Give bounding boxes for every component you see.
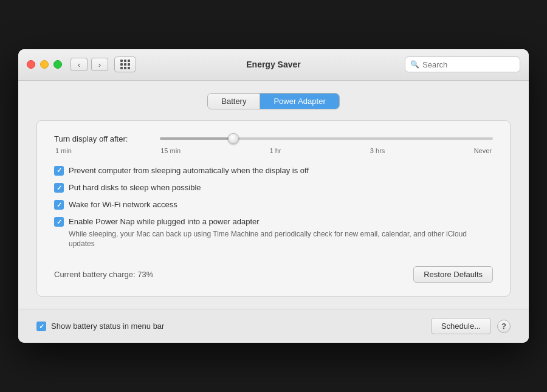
checkbox-label-1: Prevent computer from sleeping automatic… xyxy=(69,165,309,176)
help-button[interactable]: ? xyxy=(497,320,511,333)
footer-right: Schedule... ? xyxy=(431,318,511,334)
checkbox-3[interactable]: ✓ xyxy=(54,200,64,210)
tick-15min: 15 min xyxy=(160,147,181,154)
checkbox-label-4: Enable Power Nap while plugged into a po… xyxy=(69,216,493,227)
checkbox-section: ✓ Prevent computer from sleeping automat… xyxy=(54,165,493,249)
checkbox-label-3: Wake for Wi-Fi network access xyxy=(69,199,177,210)
slider-ticks: 1 min 15 min 1 hr 3 hrs Never xyxy=(54,147,493,154)
checkbox-2[interactable]: ✓ xyxy=(54,183,64,193)
check-icon-battery: ✓ xyxy=(39,323,44,331)
footer: ✓ Show battery status in menu bar Schedu… xyxy=(18,309,529,343)
forward-icon: › xyxy=(98,60,101,69)
schedule-button[interactable]: Schedule... xyxy=(431,318,491,334)
traffic-lights xyxy=(27,60,62,69)
main-window: ‹ › Energy Saver 🔍 Battery Power Adapter xyxy=(18,49,529,343)
search-icon: 🔍 xyxy=(410,60,419,69)
show-battery-label: Show battery status in menu bar xyxy=(51,321,164,332)
search-box[interactable]: 🔍 xyxy=(405,57,520,72)
checkbox-label-2: Put hard disks to sleep when possible xyxy=(69,182,201,193)
nav-buttons: ‹ › xyxy=(71,58,108,71)
check-icon-2: ✓ xyxy=(57,184,62,192)
back-button[interactable]: ‹ xyxy=(71,58,88,71)
restore-defaults-button[interactable]: Restore Defaults xyxy=(413,266,493,283)
slider-track xyxy=(160,137,493,140)
slider-label: Turn display off after: xyxy=(54,134,151,143)
checkbox-1[interactable]: ✓ xyxy=(54,166,64,176)
back-icon: ‹ xyxy=(78,60,80,69)
checkbox-row-3: ✓ Wake for Wi-Fi network access xyxy=(54,199,493,210)
tick-never: Never xyxy=(474,147,492,154)
checkbox-subtext-4: While sleeping, your Mac can back up usi… xyxy=(69,229,493,250)
grid-icon xyxy=(120,60,130,69)
show-battery-row: ✓ Show battery status in menu bar xyxy=(36,321,164,332)
close-button[interactable] xyxy=(27,60,35,69)
tick-1min: 1 min xyxy=(55,147,72,154)
tab-segment: Battery Power Adapter xyxy=(207,93,339,109)
checkbox-4[interactable]: ✓ xyxy=(54,217,64,227)
app-grid-button[interactable] xyxy=(114,57,136,72)
checkbox-row-4: ✓ Enable Power Nap while plugged into a … xyxy=(54,216,493,249)
slider-thumb[interactable] xyxy=(228,133,239,144)
slider-row: Turn display off after: xyxy=(54,134,493,143)
check-icon-1: ✓ xyxy=(57,167,62,174)
forward-button[interactable]: › xyxy=(91,58,108,71)
window-title: Energy Saver xyxy=(246,60,301,69)
settings-panel: Turn display off after: 1 min 15 min 1 h… xyxy=(36,120,511,297)
checkbox-row-2: ✓ Put hard disks to sleep when possible xyxy=(54,182,493,193)
slider-fill xyxy=(160,137,233,140)
check-icon-3: ✓ xyxy=(57,201,62,209)
tab-battery[interactable]: Battery xyxy=(208,94,260,109)
content-area: Battery Power Adapter Turn display off a… xyxy=(18,81,529,309)
maximize-button[interactable] xyxy=(53,60,62,69)
search-input[interactable] xyxy=(422,60,507,69)
minimize-button[interactable] xyxy=(40,60,49,69)
titlebar: ‹ › Energy Saver 🔍 xyxy=(18,49,529,81)
tab-power-adapter[interactable]: Power Adapter xyxy=(260,94,339,109)
battery-charge-label: Current battery charge: 73% xyxy=(54,270,153,279)
checkbox-row-1: ✓ Prevent computer from sleeping automat… xyxy=(54,165,493,176)
checkbox-show-battery[interactable]: ✓ xyxy=(36,322,46,331)
check-icon-4: ✓ xyxy=(57,218,62,226)
checkbox-4-text-group: Enable Power Nap while plugged into a po… xyxy=(69,216,493,249)
slider-container[interactable] xyxy=(160,137,493,140)
tab-bar: Battery Power Adapter xyxy=(36,93,511,109)
bottom-bar: Current battery charge: 73% Restore Defa… xyxy=(54,266,493,283)
tick-1hr: 1 hr xyxy=(270,147,281,154)
tick-3hrs: 3 hrs xyxy=(370,147,385,154)
